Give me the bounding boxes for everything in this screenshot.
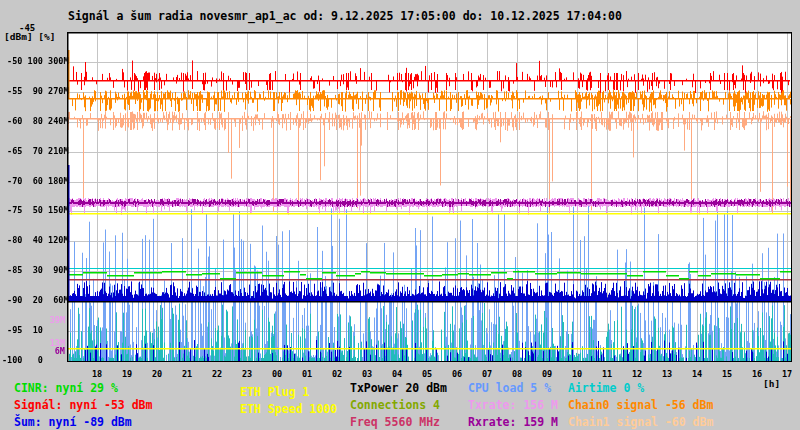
legend-item-rxrate: Rxrate: 159 M [468, 417, 558, 429]
legend-item-connections: Connections 4 [350, 400, 440, 412]
x-axis-tick: 22 [206, 370, 228, 379]
x-axis-tick: 01 [296, 370, 318, 379]
y-axis-rate-min-label: 39M [38, 316, 65, 325]
x-axis-tick: 02 [326, 370, 348, 379]
legend-item-cpu-load: CPU load 5 % [468, 383, 551, 395]
legend-item-freq: Freq 5560 MHz [350, 417, 440, 429]
legend-item-cinr: CINR: nyní 29 % [14, 383, 118, 395]
x-axis-tick: 00 [266, 370, 288, 379]
y-axis-row: -95 10 [2, 326, 43, 335]
y-axis-row: -60 80 240M [2, 117, 69, 126]
x-axis-tick: 06 [446, 370, 468, 379]
legend-item-txrate: Txrate: 156 M [468, 400, 558, 412]
y-axis-row: -65 70 210M [2, 147, 69, 156]
y-axis-row: -85 30 90M [2, 266, 69, 275]
x-axis-tick: 12 [626, 370, 648, 379]
x-axis-tick: 18 [86, 370, 108, 379]
x-axis-tick: 20 [146, 370, 168, 379]
x-axis-tick: 08 [506, 370, 528, 379]
legend-item-airtime: Airtime 0 % [568, 383, 644, 395]
legend-item-txpower: TxPower 20 dBm [350, 383, 447, 395]
x-axis-tick: 03 [356, 370, 378, 379]
legend-item-chain0: Chain0 signal -56 dBm [568, 400, 713, 412]
x-axis-tick: 10 [566, 370, 588, 379]
mrtg-signal-graph-page: { "title": "Signál a šum radia novesmr_a… [0, 0, 800, 430]
y-axis-row: -90 20 60M [2, 296, 69, 305]
signal-noise-chart [67, 32, 792, 362]
x-axis-tick: 15 [716, 370, 738, 379]
legend-item-eth-speed: ETH Speed 1000 [240, 404, 337, 416]
x-axis-tick: 05 [416, 370, 438, 379]
x-axis-tick: 14 [686, 370, 708, 379]
graph-title: Signál a šum radia novesmr_ap1_ac od: 9.… [68, 11, 622, 23]
legend-item-chain1: Chain1 signal -60 dBm [568, 417, 713, 429]
y-axis-row: -75 50 150M [2, 206, 69, 215]
x-axis-tick: 13 [656, 370, 678, 379]
x-axis-tick: 11 [596, 370, 618, 379]
y-axis-row: -50 100 300M [2, 57, 69, 66]
y-axis-row: -80 40 120M [2, 236, 69, 245]
x-axis-tick: 07 [476, 370, 498, 379]
x-axis-tick: 23 [236, 370, 258, 379]
y-axis-rate-min-label: 6M [38, 347, 65, 356]
legend-item-signal: Signál: nyní -53 dBm [14, 400, 152, 412]
x-axis-unit-label: [h] [763, 379, 780, 389]
y-axis-units-label: [dBm] [%] [4, 32, 55, 42]
x-axis-tick: 09 [536, 370, 558, 379]
y-axis-row: -70 60 180M [2, 177, 69, 186]
y-axis-row: -100 0 [2, 356, 43, 365]
x-axis-tick: 19 [116, 370, 138, 379]
y-axis-row: -55 90 270M [2, 87, 69, 96]
legend-item-noise: Šum: nyní -89 dBm [14, 417, 132, 429]
legend-item-eth-plug: ETH Plug 1 [240, 387, 309, 399]
x-axis-tick: 04 [386, 370, 408, 379]
x-axis-tick: 21 [176, 370, 198, 379]
